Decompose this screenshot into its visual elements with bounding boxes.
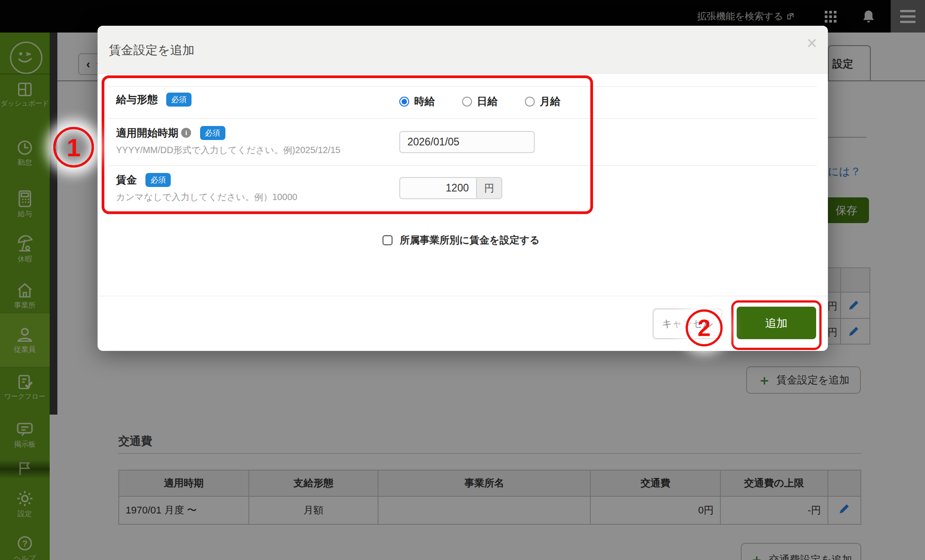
app-screen: 拡張機能を検索する [0,0,925,560]
checkbox-unchecked-icon[interactable] [383,235,392,245]
per-office-wage-checkbox-label: 所属事業所別に賃金を設定する [400,233,540,247]
radio-daily-label: 日給 [477,94,498,108]
add-submit-button[interactable]: 追加 [737,307,816,339]
radio-monthly[interactable]: 月給 [525,94,561,108]
radio-unselected-icon [462,97,472,107]
wage-help-text: カンマなしで入力してください。例）10000 [116,191,297,203]
start-date-input[interactable] [399,131,535,153]
info-icon[interactable]: i [181,128,191,138]
salary-type-label: 給与形態 必須 [116,93,192,107]
radio-hourly-label: 時給 [414,94,435,108]
required-badge: 必須 [166,93,192,107]
row-divider [108,118,817,119]
modal-title: 賃金設定を追加 [109,42,195,58]
annotation-step-2-number: 2 [698,314,711,341]
start-date-label: 適用開始時期 i 必須 [116,126,225,140]
wage-input[interactable] [399,177,477,199]
row-divider [108,165,817,166]
wage-unit-addon: 円 [477,177,502,199]
per-office-wage-checkbox-row[interactable]: 所属事業所別に賃金を設定する [383,233,540,247]
required-badge: 必須 [200,126,225,140]
radio-hourly[interactable]: 時給 [399,94,435,108]
row-divider [108,86,817,87]
modal-footer-divider [98,296,828,296]
wage-label: 賃金 必須 [116,173,171,187]
modal-header: 賃金設定を追加 × [98,26,828,74]
add-wage-setting-modal: 賃金設定を追加 × 給与形態 必須 時給 日給 月給 [98,26,828,351]
annotation-step-2: 2 [686,309,723,346]
salary-type-radio-group: 時給 日給 月給 [399,94,561,108]
close-icon[interactable]: × [807,34,817,52]
radio-daily[interactable]: 日給 [462,94,498,108]
start-date-help-text: YYYY/MM/DD形式で入力してください。例)2025/12/15 [116,144,341,156]
annotation-step-1: 1 [53,127,94,168]
required-badge: 必須 [145,173,171,187]
annotation-step-1-number: 1 [66,133,80,162]
radio-monthly-label: 月給 [540,94,561,108]
radio-unselected-icon [525,97,535,107]
radio-selected-icon [399,97,409,107]
